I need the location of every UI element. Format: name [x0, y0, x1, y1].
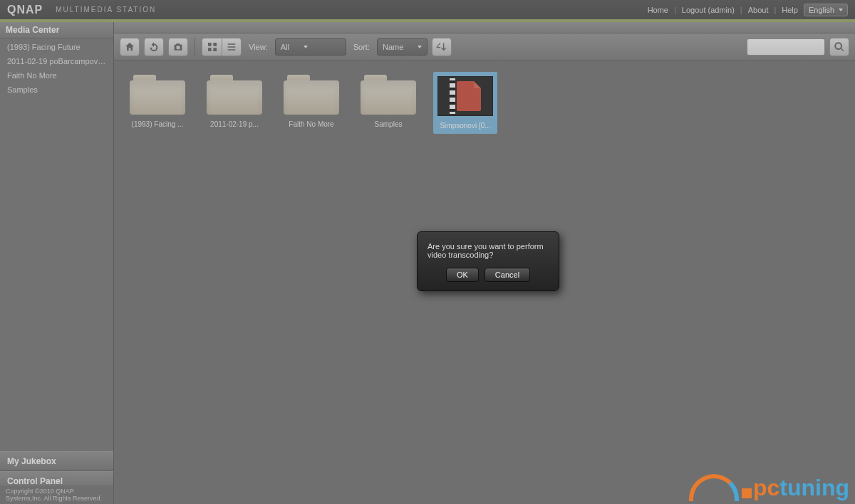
file-grid: (1993) Facing ... 2011-02-19 p... Faith … — [114, 61, 855, 145]
separator: | — [774, 6, 776, 14]
separator: | — [740, 6, 742, 14]
sort-value: Name — [383, 43, 403, 51]
home-icon — [124, 41, 135, 53]
confirm-dialog: Are you sure you want to perform video t… — [417, 231, 559, 291]
view-label: View: — [249, 43, 268, 51]
folder-item[interactable]: (1993) Facing ... — [125, 72, 190, 134]
toolbar: View: All Sort: Name — [114, 33, 855, 61]
sidebar-title[interactable]: Media Center — [0, 22, 113, 38]
watermark: pctuning — [689, 474, 849, 501]
home-button[interactable] — [120, 38, 140, 56]
app-header: QNAP Multimedia Station Home | Logout (a… — [0, 0, 855, 19]
separator — [195, 38, 195, 56]
gauge-icon — [689, 474, 739, 501]
view-mode-group — [202, 38, 242, 56]
dialog-ok-button[interactable]: OK — [446, 268, 479, 282]
item-label: Faith No More — [279, 120, 343, 128]
search-icon — [834, 41, 845, 53]
item-label: Simpsonovi [0... — [435, 122, 495, 130]
sort-az-button[interactable] — [432, 38, 452, 56]
square-icon — [742, 488, 752, 498]
folder-icon — [130, 72, 185, 115]
app-title: Multimedia Station — [56, 6, 156, 14]
item-label: Samples — [356, 120, 420, 128]
sidebar-item[interactable]: Samples — [0, 83, 113, 97]
brand-logo: QNAP — [7, 4, 43, 16]
nav-home[interactable]: Home — [648, 6, 668, 14]
folder-item[interactable]: 2011-02-19 p... — [202, 72, 266, 134]
view-filter-select[interactable]: All — [275, 38, 346, 56]
refresh-button[interactable] — [144, 38, 164, 56]
video-thumb-icon — [437, 76, 493, 116]
folder-item[interactable]: Samples — [356, 72, 420, 134]
refresh-icon — [148, 41, 160, 53]
sidebar-list: (1993) Facing Future 2011-02-19 poBarcam… — [0, 38, 113, 98]
search-input[interactable] — [747, 38, 825, 56]
sidebar-item[interactable]: (1993) Facing Future — [0, 40, 113, 54]
sidebar-item[interactable]: Faith No More — [0, 68, 113, 83]
dialog-cancel-button[interactable]: Cancel — [484, 268, 530, 282]
list-view-button[interactable] — [222, 38, 242, 56]
camera-icon — [172, 41, 184, 53]
sort-label: Sort: — [353, 43, 370, 51]
transcode-button[interactable] — [168, 38, 188, 56]
folder-item[interactable]: Faith No More — [279, 72, 343, 134]
sidebar-jukebox[interactable]: My Jukebox — [0, 451, 113, 471]
video-item-selected[interactable]: Simpsonovi [0... — [433, 72, 497, 134]
item-label: (1993) Facing ... — [125, 120, 190, 128]
grid-icon — [207, 41, 218, 53]
chevron-down-icon — [839, 9, 843, 11]
item-label: 2011-02-19 p... — [202, 120, 266, 128]
view-filter-value: All — [281, 43, 289, 51]
folder-icon — [284, 72, 339, 115]
copyright-text: Copyright ©2010 QNAP Systems,Inc. All Ri… — [0, 485, 113, 504]
nav-logout[interactable]: Logout (admin) — [682, 6, 735, 14]
grid-view-button[interactable] — [202, 38, 222, 56]
search-button[interactable] — [829, 38, 849, 56]
watermark-text-b: tuning — [779, 475, 849, 500]
dialog-message: Are you sure you want to perform video t… — [428, 242, 549, 259]
sidebar: Media Center (1993) Facing Future 2011-0… — [0, 22, 114, 504]
sort-az-icon — [436, 41, 447, 53]
folder-icon — [361, 72, 416, 115]
list-icon — [226, 41, 237, 53]
language-value: English — [809, 6, 834, 14]
sidebar-item[interactable]: 2011-02-19 poBarcampové tou — [0, 54, 113, 68]
nav-about[interactable]: About — [748, 6, 769, 14]
language-select[interactable]: English — [804, 4, 848, 16]
header-nav: Home | Logout (admin) | About | Help Eng… — [648, 4, 848, 16]
folder-icon — [207, 72, 262, 115]
sort-select[interactable]: Name — [377, 38, 428, 56]
separator: | — [674, 6, 676, 14]
chevron-down-icon — [304, 46, 308, 48]
nav-help[interactable]: Help — [782, 6, 798, 14]
chevron-down-icon — [418, 46, 422, 48]
watermark-text-a: pc — [753, 475, 779, 500]
